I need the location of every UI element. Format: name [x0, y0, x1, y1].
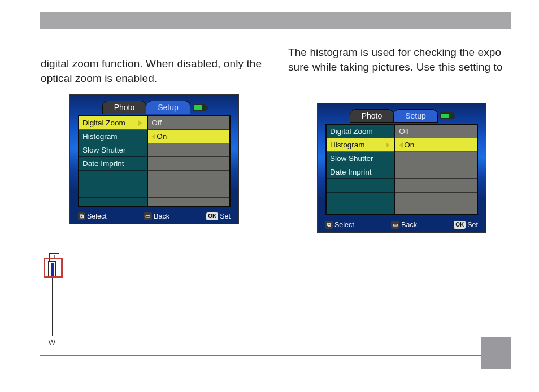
- help-label: Back: [401, 221, 417, 229]
- menu-item-slow-shutter: Slow Shutter: [79, 143, 147, 157]
- option-empty: [395, 165, 477, 179]
- menu-item-histogram: Histogram: [79, 130, 147, 143]
- zoom-stem: [52, 277, 53, 336]
- menu-list: Digital Zoom Histogram Slow Shutter Date…: [327, 125, 395, 214]
- option-on: On: [395, 138, 477, 152]
- header-gray-bar: [40, 12, 511, 29]
- menu-item-label: Digital Zoom: [82, 116, 125, 130]
- tab-setup: Setup: [146, 101, 190, 114]
- menu-list: Digital Zoom Histogram Slow Shutter Date…: [79, 116, 148, 206]
- option-empty: [395, 193, 477, 206]
- option-label: On: [404, 138, 473, 152]
- battery-icon: [193, 104, 206, 111]
- content-columns: digital zoom function. When disabled, on…: [41, 56, 515, 233]
- right-column: The histogram is used for checking the e…: [288, 56, 515, 233]
- menu-item-date-imprint: Date Imprint: [79, 157, 147, 171]
- zoom-highlight-box: [44, 258, 63, 278]
- option-off: Off: [148, 116, 229, 130]
- option-empty: [148, 157, 229, 171]
- footer-divider: [40, 355, 511, 356]
- menu-item-empty: [327, 193, 394, 206]
- help-back: ▭ Back: [144, 212, 169, 220]
- camera-tabs: Photo Setup: [350, 109, 454, 123]
- menu-panel: Digital Zoom Histogram Slow Shutter Date…: [78, 115, 231, 207]
- right-body-text: The histogram is used for checking the e…: [288, 45, 515, 75]
- left-column: digital zoom function. When disabled, on…: [41, 56, 268, 233]
- option-list: Off On: [395, 125, 477, 214]
- option-empty: [148, 143, 229, 157]
- menu-item-label: Slow Shutter: [330, 152, 373, 165]
- chevron-left-icon: [151, 134, 155, 140]
- menu-panel: Digital Zoom Histogram Slow Shutter Date…: [325, 124, 478, 215]
- ok-key-icon: OK: [206, 212, 218, 220]
- option-on: On: [148, 130, 229, 143]
- camera-tabs: Photo Setup: [102, 101, 206, 114]
- page-number-block: [481, 337, 511, 369]
- ok-key-icon: OK: [454, 221, 466, 229]
- help-select: ⧉ Select: [78, 212, 107, 220]
- option-empty: [148, 184, 229, 198]
- camera-menu-screenshot-right: Photo Setup Digital Zoom Histogram Slow …: [317, 103, 486, 233]
- help-label: Select: [334, 221, 354, 229]
- battery-icon: [440, 112, 454, 119]
- help-back: ▭ Back: [391, 221, 417, 229]
- menu-item-label: Digital Zoom: [330, 125, 373, 138]
- back-key-icon: ▭: [391, 221, 399, 229]
- option-label: Off: [399, 125, 409, 138]
- dpad-icon: ⧉: [325, 221, 333, 229]
- help-bar: ⧉ Select ▭ Back OK Set: [325, 221, 478, 229]
- zoom-slider-icon: T W: [47, 261, 67, 350]
- menu-item-digital-zoom: Digital Zoom: [79, 116, 147, 130]
- option-label: Off: [151, 116, 162, 130]
- help-label: Set: [220, 212, 231, 220]
- help-label: Select: [87, 212, 107, 220]
- tab-photo: Photo: [350, 109, 394, 123]
- option-empty: [148, 171, 229, 184]
- menu-item-digital-zoom: Digital Zoom: [327, 125, 394, 138]
- option-off: Off: [395, 125, 477, 138]
- camera-menu-screenshot-left: Photo Setup Digital Zoom Histogram Slow …: [69, 94, 239, 224]
- menu-item-empty: [327, 179, 394, 193]
- menu-item-slow-shutter: Slow Shutter: [327, 152, 394, 165]
- menu-item-histogram: Histogram: [327, 138, 394, 152]
- help-set: OK Set: [454, 221, 478, 229]
- tab-setup: Setup: [394, 109, 438, 123]
- help-bar: ⧉ Select ▭ Back OK Set: [78, 212, 231, 220]
- chevron-right-icon: [386, 142, 390, 148]
- menu-item-empty: [79, 171, 147, 184]
- option-empty: [395, 152, 477, 165]
- option-label: On: [157, 130, 226, 143]
- help-set: OK Set: [206, 212, 231, 220]
- tab-photo: Photo: [102, 101, 146, 114]
- chevron-right-icon: [138, 120, 142, 126]
- help-label: Set: [467, 221, 478, 229]
- option-empty: [395, 179, 477, 193]
- menu-item-date-imprint: Date Imprint: [327, 165, 394, 179]
- left-body-text: digital zoom function. When disabled, on…: [41, 56, 268, 86]
- menu-item-label: Date Imprint: [330, 165, 372, 179]
- menu-item-label: Histogram: [330, 138, 365, 152]
- menu-item-label: Slow Shutter: [82, 143, 126, 157]
- back-key-icon: ▭: [144, 212, 152, 220]
- zoom-w-cap: W: [45, 336, 59, 350]
- help-label: Back: [154, 212, 169, 220]
- option-list: Off On: [148, 116, 229, 206]
- help-select: ⧉ Select: [325, 221, 354, 229]
- menu-item-label: Date Imprint: [82, 157, 124, 171]
- dpad-icon: ⧉: [78, 212, 85, 220]
- menu-item-empty: [79, 184, 147, 198]
- chevron-left-icon: [399, 142, 403, 148]
- menu-item-label: Histogram: [82, 130, 118, 143]
